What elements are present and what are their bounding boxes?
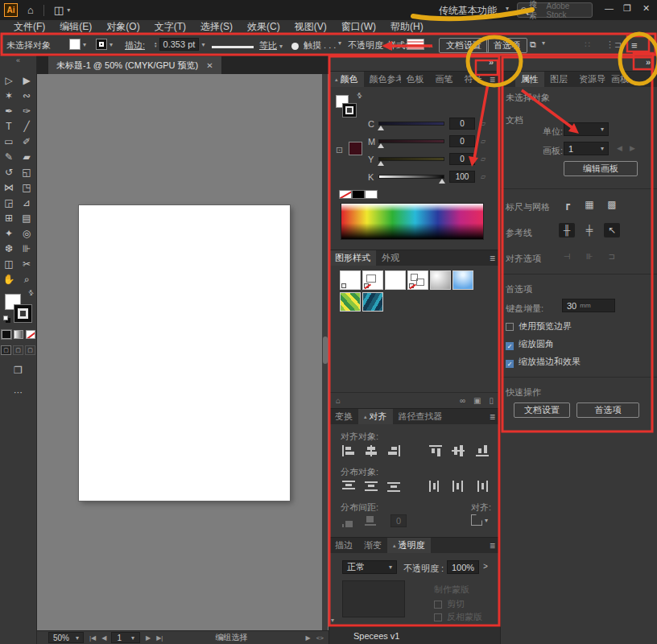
home-icon[interactable]: ⌂ bbox=[27, 4, 34, 16]
cyan-slider[interactable]: C 0 ▱ bbox=[368, 118, 489, 130]
prev-artboard-btn-icon[interactable]: ◀ bbox=[617, 144, 622, 152]
align-right-icon[interactable] bbox=[387, 445, 400, 456]
menu-object[interactable]: 对象(O) bbox=[99, 20, 147, 34]
style-pattern-green[interactable] bbox=[340, 292, 361, 312]
align-v-center-icon[interactable] bbox=[452, 445, 465, 456]
keyboard-increment-input[interactable]: 30 mm bbox=[562, 299, 615, 312]
stroke-link[interactable]: 描边: bbox=[125, 39, 145, 52]
cyan-track[interactable] bbox=[378, 122, 444, 126]
stroke-weight-chevron-icon[interactable]: ▾ bbox=[201, 41, 205, 48]
guides-icon[interactable]: ╫ bbox=[559, 223, 575, 237]
tab-symbols[interactable]: 符号 bbox=[459, 72, 488, 87]
scale-tool[interactable]: ◱ bbox=[22, 167, 31, 177]
preferences-button[interactable]: 首选项 bbox=[486, 38, 527, 53]
perspective-grid-tool[interactable]: ⊿ bbox=[23, 198, 31, 208]
cyan-value[interactable]: 0 bbox=[449, 118, 475, 130]
transparency-thumbnail-well[interactable] bbox=[342, 580, 405, 617]
next-artboard-icon[interactable]: ▶ bbox=[146, 634, 151, 642]
free-transform-tool[interactable]: ◳ bbox=[22, 183, 31, 192]
smart-guides-icon[interactable]: ↖ bbox=[604, 223, 620, 237]
touch-workspace-icon[interactable]: ⧉ bbox=[530, 39, 536, 50]
stroke-swatch[interactable] bbox=[96, 39, 107, 50]
distribute-right-icon[interactable] bbox=[476, 481, 489, 492]
distribute-v-center-icon[interactable] bbox=[365, 481, 378, 492]
workspace-chevron-icon[interactable]: ▾ bbox=[506, 5, 509, 12]
tab-align[interactable]: ▴对齐 bbox=[358, 409, 393, 424]
magic-wand-tool[interactable]: ✶ bbox=[5, 91, 13, 101]
yellow-handle[interactable] bbox=[378, 161, 384, 166]
artboard-number-dropdown[interactable]: 1 ▾ bbox=[111, 632, 140, 643]
mesh-tool[interactable]: ⊞ bbox=[5, 213, 13, 223]
edit-artboards-button[interactable]: 编辑画板 bbox=[564, 161, 638, 176]
color-swap-icon[interactable]: ⇆ bbox=[355, 91, 364, 100]
out-of-gamut-cube-icon[interactable]: ⊡ bbox=[336, 145, 343, 155]
profile-link[interactable]: 等比 bbox=[259, 40, 277, 50]
fill-chevron-icon[interactable]: ▾ bbox=[83, 41, 86, 48]
tab-color[interactable]: ▴颜色 bbox=[329, 72, 364, 87]
tab-graphic-styles[interactable]: 图形样式 bbox=[329, 250, 376, 266]
screen-mode-icon[interactable]: ❐ bbox=[0, 365, 36, 376]
close-button[interactable]: ✕ bbox=[643, 3, 650, 14]
transparency-grid-icon[interactable]: ▩ bbox=[604, 197, 620, 212]
magenta-value[interactable]: 0 bbox=[449, 135, 475, 147]
yellow-track[interactable] bbox=[378, 157, 444, 161]
stroke-chevron-icon[interactable]: ▾ bbox=[110, 41, 113, 48]
stroke-weight-stepper[interactable]: ▴▾ bbox=[155, 41, 157, 47]
tab-stroke[interactable]: 描边 bbox=[329, 538, 358, 553]
transparency-panel-menu-icon[interactable]: ≡ bbox=[490, 540, 495, 551]
menu-file[interactable]: 文件(F) bbox=[6, 20, 52, 34]
grid-icon[interactable]: ▦ bbox=[581, 197, 597, 212]
snap-point-icon[interactable]: ⊪ bbox=[581, 249, 597, 263]
rectangle-tool[interactable]: ▭ bbox=[4, 137, 13, 147]
tab-layers[interactable]: 图层 bbox=[544, 72, 573, 87]
slice-tool[interactable]: ✂ bbox=[23, 259, 31, 269]
document-setup-button[interactable]: 文档设置 bbox=[439, 38, 489, 53]
style-label[interactable]: 样式: bbox=[387, 39, 407, 52]
status-code-icon[interactable]: <> bbox=[316, 634, 324, 642]
maximize-button[interactable]: ❐ bbox=[623, 3, 631, 14]
paintbrush-tool[interactable]: ✐ bbox=[23, 137, 31, 147]
delete-style-icon[interactable]: ▯ bbox=[489, 396, 494, 405]
magenta-handle[interactable] bbox=[378, 143, 384, 148]
color-panel-menu-icon[interactable]: ≡ bbox=[490, 74, 495, 85]
yellow-value[interactable]: 0 bbox=[449, 153, 475, 165]
symbol-sprayer-tool[interactable]: ❆ bbox=[5, 244, 13, 254]
tab-swatches[interactable]: 色板 bbox=[401, 72, 430, 87]
distribute-left-icon[interactable] bbox=[429, 481, 442, 492]
v-distribute-space-icon[interactable] bbox=[342, 516, 355, 527]
collapse-panels-icon[interactable]: » bbox=[489, 57, 494, 67]
menu-type[interactable]: 文字(T) bbox=[147, 20, 193, 34]
align-left-icon[interactable] bbox=[342, 445, 355, 456]
type-tool[interactable]: T bbox=[6, 122, 11, 131]
tab-brushes[interactable]: 画笔 bbox=[430, 72, 459, 87]
clip-checkbox[interactable]: 剪切 bbox=[434, 598, 465, 610]
workspace-name[interactable]: 传统基本功能 bbox=[439, 4, 497, 18]
workspace-switcher-icon[interactable]: ◫ bbox=[54, 4, 64, 16]
align-to-dropdown[interactable]: ▾ bbox=[471, 514, 488, 526]
black-value[interactable]: 100 bbox=[449, 171, 475, 183]
first-artboard-icon[interactable]: |◀ bbox=[89, 634, 96, 642]
style-plain[interactable] bbox=[385, 270, 406, 290]
collapse-properties-icon[interactable]: » bbox=[646, 57, 651, 67]
dock-scroll-icon[interactable]: ▾ bbox=[331, 617, 334, 624]
black-handle[interactable] bbox=[439, 179, 445, 184]
last-artboard-icon[interactable]: ▶| bbox=[156, 634, 163, 642]
opacity-expand-icon[interactable]: > bbox=[483, 562, 488, 571]
line-segment-tool[interactable]: ╱ bbox=[23, 122, 29, 131]
direct-selection-tool[interactable]: ▶ bbox=[23, 76, 30, 85]
stroke-weight-value[interactable]: 0.353 pt bbox=[159, 38, 200, 51]
distribute-top-icon[interactable] bbox=[342, 481, 355, 492]
lasso-tool[interactable]: ∾ bbox=[23, 91, 31, 101]
qa-document-setup-button[interactable]: 文档设置 bbox=[514, 402, 570, 418]
brush-chevron-icon[interactable]: ▾ bbox=[338, 39, 341, 47]
styles-library-icon[interactable]: ⌂ bbox=[336, 396, 341, 405]
canvas[interactable] bbox=[37, 74, 328, 630]
hand-tool[interactable]: ✋ bbox=[3, 275, 15, 284]
swap-fill-stroke-icon[interactable]: ⇆ bbox=[27, 288, 35, 297]
style-link-icon[interactable]: ∞ bbox=[460, 396, 465, 405]
tab-properties[interactable]: 属性 bbox=[515, 72, 544, 87]
make-mask-button[interactable]: 制作蒙版 bbox=[434, 584, 469, 596]
snap-grid-icon[interactable]: ⊣ bbox=[559, 249, 575, 263]
distribute-bottom-icon[interactable] bbox=[387, 481, 400, 492]
menu-help[interactable]: 帮助(H) bbox=[383, 20, 431, 34]
